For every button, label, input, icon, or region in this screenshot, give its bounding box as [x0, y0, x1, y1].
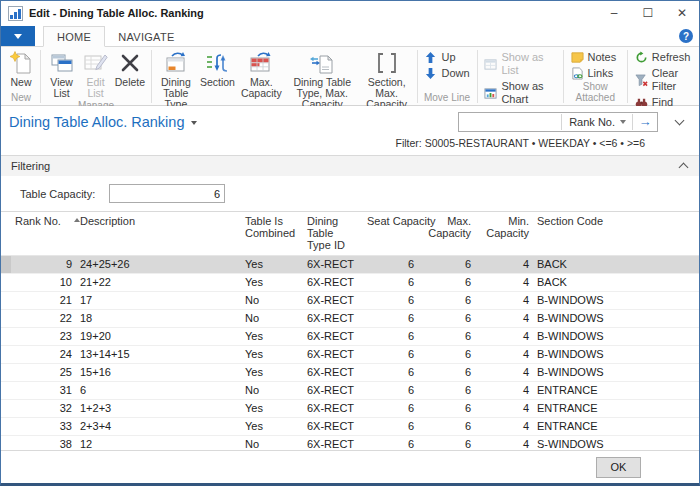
row-selector-cell[interactable]	[1, 364, 11, 382]
cell-rank[interactable]: 24	[11, 346, 76, 364]
cell-seat-capacity[interactable]: 6	[363, 292, 418, 310]
sort-max-capacity-button[interactable]: Max. Capacity	[238, 49, 285, 100]
cell-table-is-combined[interactable]: No	[241, 292, 303, 310]
cell-section-code[interactable]: B-WINDOWS	[533, 292, 699, 310]
cell-max-capacity[interactable]: 6	[418, 418, 475, 436]
cell-seat-capacity[interactable]: 6	[363, 382, 418, 400]
cell-table-is-combined[interactable]: Yes	[241, 364, 303, 382]
cell-min-capacity[interactable]: 4	[475, 274, 533, 292]
cell-rank[interactable]: 38	[11, 436, 76, 451]
close-button[interactable]: ✕	[665, 2, 699, 24]
row-selector-cell[interactable]	[1, 328, 11, 346]
cell-table-is-combined[interactable]: Yes	[241, 256, 303, 274]
cell-section-code[interactable]: B-WINDOWS	[533, 346, 699, 364]
cell-table-is-combined[interactable]: Yes	[241, 346, 303, 364]
col-header-description[interactable]: Description	[76, 212, 241, 256]
cell-min-capacity[interactable]: 4	[475, 346, 533, 364]
cell-section-code[interactable]: ENTRANCE	[533, 382, 699, 400]
cell-min-capacity[interactable]: 4	[475, 364, 533, 382]
new-button[interactable]: New	[5, 49, 37, 89]
cell-seat-capacity[interactable]: 6	[363, 346, 418, 364]
cell-seat-capacity[interactable]: 6	[363, 418, 418, 436]
cell-rank[interactable]: 22	[11, 310, 76, 328]
cell-min-capacity[interactable]: 4	[475, 328, 533, 346]
tab-navigate[interactable]: NAVIGATE	[105, 27, 187, 46]
refresh-button[interactable]: Refresh	[631, 50, 695, 65]
cell-table-is-combined[interactable]: Yes	[241, 274, 303, 292]
cell-description[interactable]: 17	[76, 292, 241, 310]
cell-dining-table-type-id[interactable]: 6X-RECT	[303, 418, 363, 436]
row-selector-cell[interactable]	[1, 382, 11, 400]
cell-dining-table-type-id[interactable]: 6X-RECT	[303, 400, 363, 418]
table-capacity-input[interactable]	[109, 184, 225, 203]
cell-min-capacity[interactable]: 4	[475, 436, 533, 451]
cell-table-is-combined[interactable]: No	[241, 382, 303, 400]
maximize-button[interactable]: ☐	[631, 2, 665, 24]
cell-seat-capacity[interactable]: 6	[363, 328, 418, 346]
sort-section-max-capacity-button[interactable]: Section, Max. Capacity	[360, 49, 414, 111]
table-row[interactable]: 25 15+16 Yes 6X-RECT 6 6 4 B-WINDOWS	[1, 364, 699, 382]
cell-description[interactable]: 24+25+26	[76, 256, 241, 274]
cell-min-capacity[interactable]: 4	[475, 310, 533, 328]
table-row[interactable]: 32 1+2+3 Yes 6X-RECT 6 6 4 ENTRANCE	[1, 400, 699, 418]
row-selector-cell[interactable]	[1, 400, 11, 418]
row-selector-header[interactable]	[1, 212, 11, 256]
cell-description[interactable]: 2+3+4	[76, 418, 241, 436]
row-selector-cell[interactable]	[1, 436, 11, 451]
search-column-selector[interactable]: Rank No.	[562, 116, 620, 128]
row-selector-cell[interactable]	[1, 292, 11, 310]
cell-section-code[interactable]: B-WINDOWS	[533, 310, 699, 328]
cell-max-capacity[interactable]: 6	[418, 400, 475, 418]
cell-dining-table-type-id[interactable]: 6X-RECT	[303, 310, 363, 328]
cell-seat-capacity[interactable]: 6	[363, 310, 418, 328]
col-header-dining-table-type-id[interactable]: Dining Table Type ID	[303, 212, 363, 256]
tab-home[interactable]: HOME	[43, 26, 105, 47]
table-row[interactable]: 21 17 No 6X-RECT 6 6 4 B-WINDOWS	[1, 292, 699, 310]
help-icon[interactable]: ?	[679, 29, 693, 43]
clear-filter-button[interactable]: Clear Filter	[631, 66, 695, 94]
cell-max-capacity[interactable]: 6	[418, 292, 475, 310]
table-row[interactable]: 23 19+20 Yes 6X-RECT 6 6 4 B-WINDOWS	[1, 328, 699, 346]
col-header-seat-capacity[interactable]: Seat Capacity	[363, 212, 418, 256]
cell-rank[interactable]: 33	[11, 418, 76, 436]
search-input[interactable]	[459, 114, 561, 130]
cell-description[interactable]: 1+2+3	[76, 400, 241, 418]
cell-description[interactable]: 15+16	[76, 364, 241, 382]
sort-dining-table-type-button[interactable]: Dining Table Type	[155, 49, 197, 111]
show-as-chart-button[interactable]: Show as Chart	[480, 79, 559, 107]
row-selector-cell[interactable]	[1, 274, 11, 292]
table-row[interactable]: 10 21+22 Yes 6X-RECT 6 6 4 BACK	[1, 274, 699, 292]
row-selector-cell[interactable]	[1, 310, 11, 328]
cell-min-capacity[interactable]: 4	[475, 256, 533, 274]
cell-table-is-combined[interactable]: No	[241, 436, 303, 451]
cell-seat-capacity[interactable]: 6	[363, 364, 418, 382]
cell-description[interactable]: 12	[76, 436, 241, 451]
cell-min-capacity[interactable]: 4	[475, 400, 533, 418]
delete-button[interactable]: Delete	[112, 49, 148, 89]
cell-rank[interactable]: 9	[11, 256, 76, 274]
cell-seat-capacity[interactable]: 6	[363, 256, 418, 274]
cell-seat-capacity[interactable]: 6	[363, 436, 418, 451]
cell-dining-table-type-id[interactable]: 6X-RECT	[303, 328, 363, 346]
search-go-button[interactable]: →	[633, 113, 657, 131]
move-up-button[interactable]: Up	[420, 50, 473, 65]
chevron-down-icon[interactable]	[620, 120, 626, 124]
cell-dining-table-type-id[interactable]: 6X-RECT	[303, 436, 363, 451]
cell-seat-capacity[interactable]: 6	[363, 400, 418, 418]
cell-rank[interactable]: 25	[11, 364, 76, 382]
move-down-button[interactable]: Down	[420, 66, 473, 81]
col-header-section-code[interactable]: Section Code	[533, 212, 699, 256]
col-header-min-capacity[interactable]: Min. Capacity	[475, 212, 533, 256]
cell-rank[interactable]: 21	[11, 292, 76, 310]
cell-section-code[interactable]: S-WINDOWS	[533, 436, 699, 451]
cell-description[interactable]: 19+20	[76, 328, 241, 346]
cell-dining-table-type-id[interactable]: 6X-RECT	[303, 346, 363, 364]
cell-section-code[interactable]: BACK	[533, 274, 699, 292]
sort-section-button[interactable]: Section	[197, 49, 238, 89]
cell-section-code[interactable]: BACK	[533, 256, 699, 274]
cell-max-capacity[interactable]: 6	[418, 436, 475, 451]
links-button[interactable]: Links	[567, 66, 621, 81]
table-row[interactable]: 9 24+25+26 Yes 6X-RECT 6 6 4 BACK	[1, 256, 699, 274]
ok-button[interactable]: OK	[596, 457, 641, 478]
sort-dining-table-type-max-capacity-button[interactable]: Dining Table Type, Max. Capacity	[285, 49, 360, 111]
